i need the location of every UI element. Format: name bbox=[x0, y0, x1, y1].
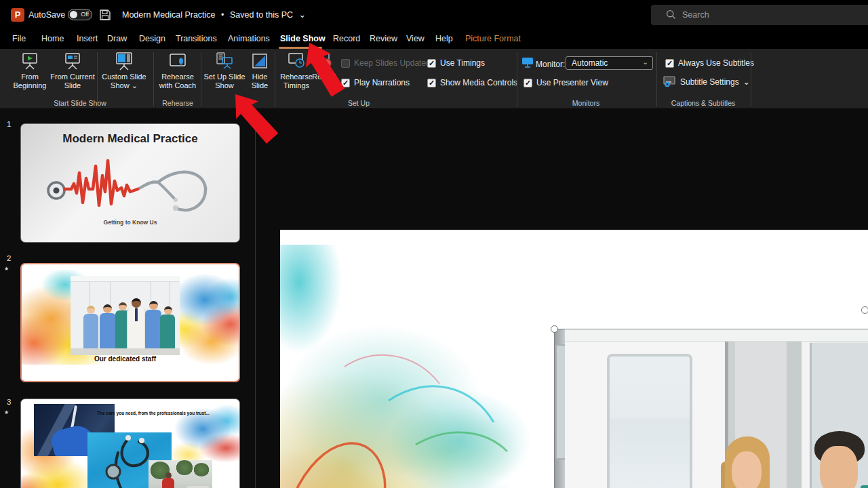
search-box[interactable] bbox=[651, 5, 868, 25]
street-photo bbox=[149, 460, 212, 488]
animation-star-icon: ★ bbox=[4, 409, 9, 415]
autosave-label: AutoSave bbox=[28, 10, 65, 20]
screen-slide-icon bbox=[63, 52, 82, 70]
ink-ribbon-strokes bbox=[280, 245, 559, 488]
staff-figure-body bbox=[160, 314, 175, 350]
tab-review[interactable]: Review bbox=[370, 34, 397, 43]
play-narrations-checkbox[interactable]: ✓ Play Narrations bbox=[341, 78, 410, 87]
animation-star-icon: ★ bbox=[4, 266, 9, 272]
staff-figure-head bbox=[149, 301, 158, 310]
man-face bbox=[820, 446, 858, 488]
chevron-down-icon: ⌄ bbox=[643, 58, 648, 66]
slide-thumbnail-panel[interactable]: 1 Modern Medical Practice Getting to Kno… bbox=[0, 109, 256, 488]
rehearse-with-coach-button[interactable]: Rehearse with Coach bbox=[155, 52, 201, 90]
save-icon bbox=[99, 9, 111, 21]
autosave-toggle[interactable]: Off bbox=[68, 9, 92, 20]
screen-play-icon bbox=[20, 52, 39, 70]
slide-thumbnail-3[interactable]: The care you need, from the professional… bbox=[20, 399, 240, 488]
button-label: Record bbox=[312, 73, 336, 81]
checkbox-label: Use Timings bbox=[440, 58, 485, 68]
selection-border-left bbox=[554, 329, 555, 488]
checkbox-icon: ✓ bbox=[524, 79, 532, 87]
rotation-handle[interactable] bbox=[861, 306, 868, 314]
search-input[interactable] bbox=[682, 7, 852, 22]
tab-design[interactable]: Design bbox=[139, 34, 165, 43]
button-label: Rehearse with Coach bbox=[159, 73, 196, 89]
slide3-caption: The care you need, from the professional… bbox=[97, 411, 226, 415]
record-button[interactable]: Record bbox=[310, 52, 338, 81]
button-label: Custom Slide Show bbox=[102, 73, 146, 89]
button-label: Subtitle Settings bbox=[680, 77, 739, 87]
title-separator: • bbox=[221, 10, 224, 20]
ribbon-tab-bar: File Home Insert Draw Design Transitions… bbox=[0, 30, 868, 49]
ribbon: From Beginning From Current Slide Custom… bbox=[0, 49, 868, 109]
tab-record[interactable]: Record bbox=[333, 34, 360, 43]
tab-animations[interactable]: Animations bbox=[228, 34, 270, 43]
checkbox-icon: ✓ bbox=[427, 79, 436, 87]
document-title[interactable]: Modern Medical Practice • Saved to this … bbox=[122, 9, 309, 20]
tab-help[interactable]: Help bbox=[435, 34, 453, 43]
subtitle-settings-icon bbox=[663, 76, 676, 87]
subtitle-settings-button[interactable]: Subtitle Settings ⌄ bbox=[663, 76, 750, 87]
group-label-set-up: Set Up bbox=[348, 99, 370, 107]
from-current-slide-button[interactable]: From Current Slide bbox=[50, 52, 95, 90]
tab-insert[interactable]: Insert bbox=[77, 34, 98, 43]
record-icon bbox=[315, 52, 334, 70]
checkbox-label: Keep Slides Updated bbox=[354, 58, 431, 68]
always-use-subtitles-checkbox[interactable]: ✓ Always Use Subtitles bbox=[665, 58, 754, 68]
slide-editing-canvas[interactable] bbox=[280, 230, 868, 488]
doctor-tie bbox=[135, 308, 138, 321]
hide-slide-icon bbox=[250, 52, 269, 70]
group-label-captions-subtitles: Captions & Subtitles bbox=[671, 99, 736, 107]
monitor-dropdown-value: Automatic bbox=[572, 58, 608, 68]
group-divider bbox=[97, 52, 98, 106]
search-icon bbox=[666, 9, 676, 20]
checkbox-icon: ✓ bbox=[341, 79, 350, 87]
monitor-dropdown[interactable]: Automatic ⌄ bbox=[566, 56, 653, 70]
button-label: Set Up Slide Show bbox=[203, 73, 245, 89]
staff-figure-body bbox=[145, 310, 161, 350]
tab-file[interactable]: File bbox=[12, 34, 26, 43]
checkbox-label: Show Media Controls bbox=[440, 78, 517, 87]
tree bbox=[176, 460, 193, 475]
button-label: Rehearse Timings bbox=[280, 73, 313, 89]
button-label: Hide Slide bbox=[252, 73, 268, 89]
hide-slide-button[interactable]: Hide Slide bbox=[245, 52, 275, 90]
group-label-monitors: Monitors bbox=[572, 99, 599, 107]
staff-figure-body bbox=[100, 313, 116, 350]
resize-handle-top-left[interactable] bbox=[551, 325, 558, 333]
slide-number: 1 bbox=[7, 120, 11, 128]
show-media-controls-checkbox[interactable]: ✓ Show Media Controls bbox=[427, 78, 517, 87]
coach-mic-icon bbox=[168, 52, 187, 70]
staff-figure-head bbox=[87, 306, 95, 314]
powerpoint-logo-icon[interactable]: P bbox=[11, 8, 24, 22]
tab-draw[interactable]: Draw bbox=[107, 34, 127, 43]
set-up-slide-show-button[interactable]: Set Up Slide Show bbox=[203, 52, 246, 90]
tab-view[interactable]: View bbox=[406, 34, 425, 43]
staff-photo-thumbnail bbox=[71, 276, 180, 355]
slide-thumbnail-1[interactable]: Modern Medical Practice Getting to Know … bbox=[20, 123, 240, 243]
tree bbox=[193, 463, 210, 476]
tab-transitions[interactable]: Transitions bbox=[176, 34, 217, 43]
tab-picture-format[interactable]: Picture Format bbox=[465, 34, 521, 43]
door-window bbox=[607, 354, 692, 488]
slide-number: 3 bbox=[7, 398, 11, 406]
slide1-title: Modern Medical Practice bbox=[21, 132, 239, 146]
from-beginning-button[interactable]: From Beginning bbox=[9, 52, 50, 90]
title-chevron-icon: ⌄ bbox=[299, 10, 306, 20]
staff-figure-body bbox=[83, 314, 98, 349]
save-button[interactable] bbox=[99, 9, 111, 21]
tab-slide-show[interactable]: Slide Show bbox=[280, 34, 326, 43]
checkbox-icon: ✓ bbox=[665, 59, 674, 68]
use-presenter-view-checkbox[interactable]: ✓ Use Presenter View bbox=[524, 78, 608, 87]
tab-home[interactable]: Home bbox=[41, 34, 64, 43]
dropdown-chevron-icon: ⌄ bbox=[132, 81, 138, 89]
selected-staff-picture[interactable] bbox=[554, 329, 868, 488]
workspace: 1 Modern Medical Practice Getting to Kno… bbox=[0, 109, 868, 488]
woman-face bbox=[732, 451, 762, 488]
use-timings-checkbox[interactable]: ✓ Use Timings bbox=[427, 58, 485, 68]
monitor-label: Monitor: bbox=[536, 60, 565, 69]
keep-slides-updated-checkbox[interactable]: Keep Slides Updated bbox=[341, 58, 431, 68]
custom-slide-show-button[interactable]: Custom Slide Show ⌄ bbox=[99, 52, 149, 90]
slide-thumbnail-2-selected[interactable]: Our dedicated staff bbox=[20, 263, 240, 382]
